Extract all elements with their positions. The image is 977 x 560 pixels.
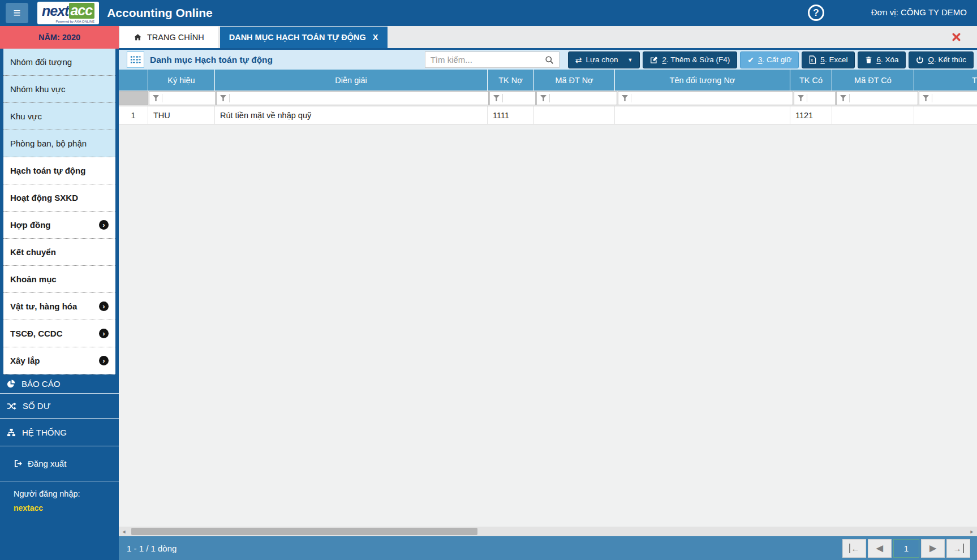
sidebar-item-label: Vật tư, hàng hóa bbox=[10, 301, 77, 311]
last-page-button[interactable]: → bbox=[946, 539, 970, 558]
power-icon bbox=[916, 56, 924, 64]
column-header-ten-doi-tuong-no[interactable]: Tên đối tượng Nợ bbox=[615, 70, 790, 91]
sidebar-section-label: HỆ THỐNG bbox=[22, 428, 67, 437]
column-header-dien-giai[interactable]: Diễn giải bbox=[215, 70, 488, 91]
sidebar-item-phong-ban-bo-phan[interactable]: Phòng ban, bộ phận bbox=[3, 130, 115, 157]
excel-file-icon: x bbox=[809, 55, 816, 64]
filter-funnel-icon[interactable] bbox=[540, 95, 546, 101]
search-input[interactable] bbox=[431, 55, 545, 64]
hamburger-icon: ≡ bbox=[14, 6, 21, 20]
sidebar-item-nhom-doi-tuong[interactable]: Nhóm đối tượng bbox=[3, 49, 115, 76]
column-header-ma-dt-no[interactable]: Mã ĐT Nợ bbox=[534, 70, 615, 91]
page-number-input[interactable]: 1 bbox=[893, 539, 919, 558]
sidebar-section-bao-cao[interactable]: BÁO CÁO bbox=[0, 374, 119, 394]
table-header-row: Ký hiệu Diễn giải TK Nợ Mã ĐT Nợ Tên đối… bbox=[119, 70, 977, 91]
login-info: Người đăng nhập: nextacc bbox=[0, 481, 119, 512]
scroll-right-arrow-icon[interactable]: ► bbox=[968, 527, 976, 536]
column-header-rownum[interactable] bbox=[119, 70, 148, 91]
sidebar-item-nhom-khu-vuc[interactable]: Nhóm khu vực bbox=[3, 76, 115, 103]
logo-tagline: Powered by AXA ONLINE bbox=[55, 20, 94, 23]
logout-button[interactable]: Đăng xuất bbox=[0, 446, 119, 481]
prev-page-icon: ◀ bbox=[876, 543, 883, 553]
sign-out-icon bbox=[14, 459, 23, 468]
table-row[interactable]: 1 THU Rút tiền mặt về nhập quỹ 1111 1121 bbox=[119, 106, 977, 124]
filter-funnel-icon[interactable] bbox=[923, 95, 929, 101]
first-page-icon: ← bbox=[849, 544, 860, 553]
ket-thuc-button[interactable]: Q. Kết thúc bbox=[909, 51, 974, 68]
sidebar-item-label: TSCĐ, CCDC bbox=[10, 329, 63, 338]
sidebar-item-xay-lap[interactable]: Xây lắp› bbox=[3, 347, 115, 374]
company-unit-label: Đơn vị: CÔNG TY DEMO bbox=[871, 7, 967, 17]
filter-cell-ky-hieu[interactable] bbox=[149, 91, 216, 105]
scroll-left-arrow-icon[interactable]: ◄ bbox=[120, 527, 128, 536]
sidebar-item-tscd-ccdc[interactable]: TSCĐ, CCDC› bbox=[3, 320, 115, 347]
trash-icon bbox=[865, 56, 872, 64]
lua-chon-button[interactable]: ⇄ Lựa chọn ▼ bbox=[568, 51, 640, 68]
filter-cell-ten-doi-tuong-co[interactable] bbox=[919, 91, 977, 105]
filter-funnel-icon[interactable] bbox=[153, 95, 159, 101]
tab-label: TRANG CHÍNH bbox=[147, 33, 204, 42]
cell-rownum: 1 bbox=[119, 106, 148, 124]
hamburger-menu-button[interactable]: ≡ bbox=[6, 3, 28, 23]
filter-cell-tk-no[interactable] bbox=[489, 91, 536, 105]
filter-cell-ten-doi-tuong-no[interactable] bbox=[618, 91, 793, 105]
tab-trang-chinh[interactable]: TRANG CHÍNH bbox=[120, 27, 218, 48]
cell-ky-hieu: THU bbox=[148, 106, 215, 124]
sidebar-item-ket-chuyen[interactable]: Kết chuyển bbox=[3, 239, 115, 266]
filter-funnel-icon[interactable] bbox=[840, 95, 846, 101]
sidebar-section-he-thong[interactable]: HỆ THỐNG bbox=[0, 419, 119, 446]
filter-funnel-icon[interactable] bbox=[493, 95, 500, 101]
sidebar-item-label: Khu vực bbox=[10, 111, 42, 121]
pager-controls: ← ◀ 1 ▶ → bbox=[842, 539, 970, 558]
horizontal-scrollbar[interactable]: ◄ ► bbox=[119, 527, 977, 536]
prev-page-button[interactable]: ◀ bbox=[868, 539, 892, 558]
sidebar-item-vat-tu-hang-hoa[interactable]: Vật tư, hàng hóa› bbox=[3, 293, 115, 320]
sidebar-item-khu-vuc[interactable]: Khu vực bbox=[3, 103, 115, 130]
button-label: Q. Kết thúc bbox=[928, 55, 966, 64]
filter-funnel-icon[interactable] bbox=[798, 95, 804, 101]
pagination-bar: 1 - 1 / 1 dòng ← ◀ 1 ▶ → bbox=[119, 536, 977, 560]
filter-cell-ma-dt-no[interactable] bbox=[536, 91, 617, 105]
filter-cell-tk-co[interactable] bbox=[794, 91, 836, 105]
search-icon[interactable] bbox=[545, 55, 554, 64]
data-grid: Ký hiệu Diễn giải TK Nợ Mã ĐT Nợ Tên đối… bbox=[119, 70, 977, 124]
column-header-ten-doi-tuong-co[interactable]: Tên đối tượng Có bbox=[914, 70, 977, 91]
next-page-button[interactable]: ▶ bbox=[921, 539, 945, 558]
shuffle-icon bbox=[7, 402, 16, 410]
sidebar: NĂM: 2020 Nhóm đối tượng Nhóm khu vực Kh… bbox=[0, 26, 119, 560]
close-all-tabs-icon[interactable] bbox=[952, 32, 961, 44]
nextacc-logo: nextacc Powered by AXA ONLINE bbox=[37, 2, 99, 24]
sidebar-section-so-du[interactable]: SỐ DƯ bbox=[0, 394, 119, 419]
cat-giu-button[interactable]: ✔ 3. Cất giữ bbox=[740, 51, 799, 68]
column-header-tk-no[interactable]: TK Nợ bbox=[488, 70, 534, 91]
first-page-button[interactable]: ← bbox=[842, 539, 866, 558]
logged-in-username: nextacc bbox=[14, 503, 119, 512]
cell-dien-giai: Rút tiền mặt về nhập quỹ bbox=[215, 106, 488, 124]
tab-close-icon[interactable]: X bbox=[373, 33, 378, 42]
login-label: Người đăng nhập: bbox=[14, 489, 119, 498]
sidebar-item-khoan-muc[interactable]: Khoản mục bbox=[3, 266, 115, 293]
sidebar-item-label: Hoạt động SXKD bbox=[10, 193, 78, 203]
filter-cell-dien-giai[interactable] bbox=[216, 91, 489, 105]
sidebar-item-hoat-dong-sxkd[interactable]: Hoạt động SXKD bbox=[3, 184, 115, 212]
filter-funnel-icon[interactable] bbox=[220, 95, 226, 101]
sidebar-item-label: Nhóm khu vực bbox=[10, 84, 66, 94]
year-header[interactable]: NĂM: 2020 bbox=[0, 26, 119, 49]
them-sua-button[interactable]: 2. Thêm & Sửa (F4) bbox=[643, 51, 737, 68]
sidebar-item-hach-toan-tu-dong[interactable]: Hạch toán tự động bbox=[3, 157, 115, 184]
filter-funnel-icon[interactable] bbox=[622, 95, 628, 101]
filter-cell-ma-dt-co[interactable] bbox=[836, 91, 918, 105]
column-header-ma-dt-co[interactable]: Mã ĐT Có bbox=[832, 70, 914, 91]
sidebar-item-label: Xây lắp bbox=[10, 356, 40, 365]
scrollbar-thumb[interactable] bbox=[131, 528, 477, 535]
excel-button[interactable]: x 5. Excel bbox=[802, 51, 855, 68]
sidebar-item-hop-dong[interactable]: Hợp đồng› bbox=[3, 212, 115, 239]
column-header-ky-hieu[interactable]: Ký hiệu bbox=[148, 70, 215, 91]
check-icon: ✔ bbox=[747, 56, 754, 64]
button-label: 6. Xóa bbox=[876, 55, 898, 64]
xoa-button[interactable]: 6. Xóa bbox=[858, 51, 906, 68]
help-icon[interactable]: ? bbox=[808, 5, 824, 21]
last-page-icon: → bbox=[953, 544, 964, 553]
tab-danh-muc-hach-toan-tu-dong[interactable]: DANH MỤC HẠCH TOÁN TỰ ĐỘNG X bbox=[220, 27, 388, 48]
column-header-tk-co[interactable]: TK Có bbox=[790, 70, 832, 91]
